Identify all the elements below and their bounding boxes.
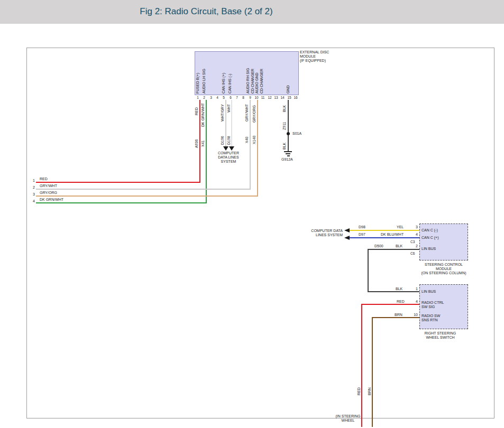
blk-wire-horizontal (368, 291, 419, 292)
pin-number: 3 (208, 96, 214, 99)
pin-function-label: SW SIG (421, 305, 435, 309)
circuit-id-label: X40 (245, 137, 249, 143)
gry-wht-wire-vertical (250, 100, 251, 190)
computer-data-lines-label: COMPUTER DATA LINES SYSTEM (301, 229, 343, 237)
brn-wire-vertical (372, 317, 373, 427)
pin-number: 14 (280, 96, 285, 99)
pin-number: 7 (234, 96, 240, 99)
pin-number: 9 (248, 96, 253, 99)
pin-number: 4 (215, 96, 220, 99)
pin-number: 1 (195, 96, 200, 99)
external-disc-module-name: (IF EQUIPPED) (300, 59, 326, 63)
wire-color-label: RED (397, 300, 405, 304)
red-wire-horizontal (36, 182, 200, 183)
ground-icon (286, 153, 290, 154)
wire-color-label: YEL (397, 225, 404, 229)
circuit-id-label: D98 (359, 225, 365, 229)
pin-number: 4 (411, 300, 418, 304)
red-wire-horizontal (361, 304, 419, 305)
wire-color-label: DK BLU/WHT (381, 232, 404, 237)
dk-grn-wht-wire-horizontal (36, 202, 207, 203)
gry-org-wire-horizontal (36, 196, 258, 197)
circuit-id-label: X140 (252, 136, 256, 144)
right-steering-wheel-switch-name: RIGHT STEERING WHEEL SWITCH (413, 331, 468, 340)
gry-wht-wire-horizontal (36, 189, 251, 190)
wire-color-label: WHT/GRY (221, 104, 225, 122)
circuit-id-label: D196 (221, 136, 225, 145)
wire-color-label: BRN (368, 387, 372, 395)
wire-color-label: BLK (282, 143, 287, 150)
figure-title-bar: Fig 2: Radio Circuit, Base (2 of 2) (0, 0, 504, 24)
steering-control-module-name: STEERING CONTROL MODULE (ON STEERING COL… (410, 263, 477, 275)
pin-function-label: LIN BUS (421, 290, 436, 294)
circuit-id-label: X41 (201, 141, 205, 147)
wire-color-label: GRY/WHT (40, 184, 57, 188)
pin-function-label: CD CHANGER (260, 69, 264, 94)
connector-id-label: C3 (410, 240, 415, 244)
pin-function-label: GND (286, 85, 290, 94)
down-arrow-icon (223, 146, 228, 151)
pin-number: 3 (29, 192, 35, 197)
circuit-id-label: A936 (195, 139, 199, 148)
pin-function-label: SNS RTN (421, 318, 438, 322)
pin-number: 5 (221, 96, 226, 99)
wht-gry-wire-vertical (225, 100, 226, 146)
wire-color-label: DK GRN/WHT (40, 198, 63, 202)
pin-number: 8 (241, 96, 246, 99)
blk-wire-vertical (288, 100, 289, 151)
pin-function-label: FUSED B(+) (196, 73, 200, 94)
pin-function-label: AUDIO GND (255, 72, 259, 94)
splice-dot (287, 132, 290, 135)
wire-color-label: DK GRN/WHT (201, 103, 205, 127)
wire-color-label: BRN (395, 313, 402, 317)
pin-number: 10 (254, 96, 259, 99)
wire-color-label: RED (40, 177, 48, 181)
down-arrow-icon (229, 146, 234, 151)
pin-number: 13 (273, 96, 279, 99)
pin-function-label: CD CHANGER (251, 69, 255, 94)
pin-number: 12 (267, 96, 272, 99)
pin-number: 16 (293, 96, 298, 99)
wire-color-label: BLK (396, 244, 402, 248)
pin-function-label: AUDIO LH SIG (202, 69, 206, 94)
pin-number: 3 (411, 225, 418, 229)
red-wire-vertical (199, 100, 200, 183)
blk-wire-vertical (368, 249, 369, 292)
external-disc-module-name: EXTERNAL DISC (300, 50, 329, 54)
brn-wire-horizontal (372, 317, 419, 318)
pin-number: 1 (29, 179, 35, 183)
circuit-id-label: D500 (374, 244, 383, 248)
wht-wire-vertical (231, 100, 232, 146)
ground-icon (284, 151, 292, 152)
yel-wire-horizontal (350, 230, 419, 231)
in-steering-wheel-label: (IN STEERING WHEEL (331, 414, 365, 423)
wire-color-label: GRY/ORG (40, 191, 57, 195)
wire-color-label: RED (357, 387, 361, 395)
pin-number: 6 (228, 96, 233, 99)
pin-number: 2 (29, 185, 35, 190)
wire-color-label: BLK (282, 105, 287, 112)
blk-wire-horizontal (368, 249, 419, 250)
pin-function-label: CAN IHS (-) (228, 74, 232, 94)
pin-number: 2 (411, 244, 418, 248)
pin-number: 4 (411, 232, 418, 237)
red-wire-vertical (361, 304, 362, 427)
pin-function-label: CAN IHS (+) (222, 73, 226, 94)
pin-function-label: AUDIO RH SIG (246, 68, 250, 94)
computer-data-lines-label: COMPUTER DATA LINES SYSTEM (212, 151, 245, 164)
pin-function-label: RADIO SW (421, 314, 440, 318)
dk-grn-wht-wire-vertical (206, 100, 207, 203)
circuit-id-label: Z911 (282, 122, 287, 130)
gry-org-wire-vertical (257, 100, 258, 197)
circuit-id-label: D97 (359, 232, 365, 237)
pin-number: 10 (410, 313, 418, 317)
pin-number: 11 (260, 96, 265, 99)
figure-title: Fig 2: Radio Circuit, Base (2 of 2) (0, 6, 413, 17)
pin-number: 1 (411, 287, 418, 291)
pin-function-label: CAN C (+) (421, 236, 438, 240)
wire-color-label: GRY/ORG (252, 105, 256, 123)
pin-number: 4 (29, 199, 35, 203)
ground-icon (287, 155, 290, 156)
left-arrow-icon (344, 228, 350, 232)
pin-function-label: CAN C (-) (421, 228, 438, 232)
